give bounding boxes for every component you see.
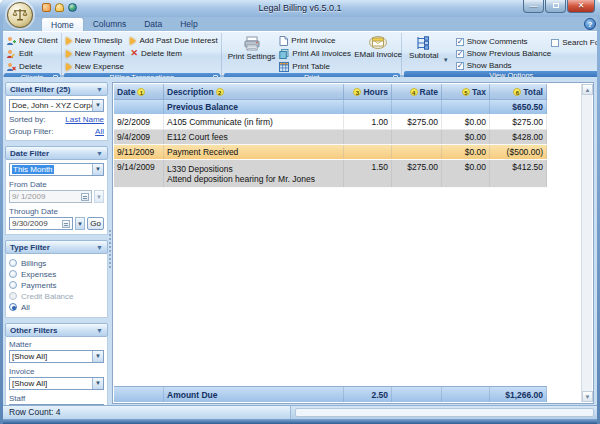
matter-select[interactable]: [Show All]▼ [9, 350, 104, 363]
invoice-select[interactable]: [Show All]▼ [9, 377, 104, 390]
dropdown-arrow-icon[interactable]: ▼ [92, 351, 103, 362]
tab-help[interactable]: Help [171, 17, 206, 31]
app-menu-button[interactable] [7, 2, 33, 28]
search-footer-checkbox[interactable]: Search Footer [551, 37, 600, 48]
sorted-by-link[interactable]: Last Name [65, 115, 104, 124]
sort-order-badge: 2 [216, 88, 224, 96]
group-filter-link[interactable]: All [95, 127, 104, 136]
radio-icon [9, 259, 17, 267]
radio-billings[interactable]: Billings [9, 258, 104, 268]
scales-of-justice-icon [12, 7, 28, 23]
type-filter-header[interactable]: Type Filter▼ [5, 240, 108, 254]
radio-payments[interactable]: Payments [9, 280, 104, 290]
other-filters-header[interactable]: Other Filters▼ [5, 323, 108, 337]
sort-order-badge: 5 [462, 88, 470, 96]
envelope-icon [369, 36, 387, 49]
quick-access-toolbar [42, 3, 77, 12]
table-row[interactable]: 9/2/2009 A105 Communicate (in firm) 1.00… [114, 115, 547, 130]
row-count-panel: Row Count: 4 [3, 406, 291, 419]
go-button[interactable]: Go [87, 217, 104, 230]
group-filter-label: Group Filter: [9, 127, 53, 136]
column-header-description[interactable]: Description2 [164, 84, 344, 99]
print-table-button[interactable]: Print Table [279, 61, 351, 72]
status-bar: Row Count: 4 [3, 405, 597, 419]
amount-due-total: $1,266.00 [490, 387, 547, 402]
amount-due-label: Amount Due [164, 387, 344, 402]
date-preset-select[interactable]: This Month▼ [9, 163, 104, 176]
minimize-button[interactable]: — [523, 0, 544, 13]
print-all-invoices-button[interactable]: Print All Invoices [279, 48, 351, 59]
email-invoice-button[interactable]: EMail Invoice [353, 34, 403, 59]
radio-selected-icon [9, 303, 17, 311]
column-header-date[interactable]: Date1 [114, 84, 164, 99]
tab-columns[interactable]: Columns [84, 17, 136, 31]
status-bar-strip [295, 408, 594, 417]
from-date-dropdown-arrow[interactable]: ▼ [94, 190, 104, 203]
subtotal-button[interactable]: Subtotal [406, 34, 442, 60]
sort-order-badge: 1 [137, 88, 145, 96]
dropdown-arrow-icon[interactable]: ▼ [92, 164, 103, 175]
through-date-dropdown-arrow[interactable]: ▼ [75, 217, 85, 230]
help-button[interactable]: ? [584, 18, 596, 30]
tab-data[interactable]: Data [135, 17, 171, 31]
column-header-hours[interactable]: 3Hours [344, 84, 392, 99]
tab-home[interactable]: Home [41, 17, 84, 31]
calendar-icon [81, 193, 89, 201]
email-invoice-label: EMail Invoice [354, 50, 402, 59]
sort-order-badge: 3 [353, 88, 361, 96]
scroll-down-arrow-icon[interactable]: ▼ [582, 391, 593, 402]
close-button[interactable]: ✕ [567, 0, 595, 13]
show-comments-label: Show Comments [467, 37, 528, 46]
edit-client-button[interactable]: Edit [6, 48, 58, 59]
show-bands-checkbox[interactable]: Show Bands [456, 60, 552, 71]
client-select[interactable]: Doe, John - XYZ Corporation▼ [9, 99, 104, 112]
delete-client-button[interactable]: Delete [6, 61, 58, 72]
subtotal-label: Subtotal [409, 51, 438, 60]
new-client-label: New Client [19, 36, 58, 45]
client-filter-header[interactable]: Client Filter (25)▼ [5, 82, 108, 96]
dropdown-arrow-icon[interactable]: ▼ [92, 378, 103, 389]
column-header-total[interactable]: 6Total [490, 84, 547, 99]
content-area: Client Filter (25)▼ Doe, John - XYZ Corp… [3, 77, 597, 405]
scroll-up-arrow-icon[interactable]: ▲ [582, 84, 593, 95]
maximize-button[interactable] [545, 0, 566, 13]
table-row-payment[interactable]: 9/11/2009 Payment Received $0.00 ($500.0… [114, 145, 547, 160]
titlebar: Legal Billing v6.5.0.1 — ✕ [0, 0, 600, 17]
print-settings-button[interactable]: Print Settings [226, 34, 278, 61]
column-header-rate[interactable]: 4Rate [392, 84, 442, 99]
new-expense-button[interactable]: New Expense [66, 61, 125, 72]
new-client-icon [6, 36, 16, 46]
window-controls: — ✕ [523, 0, 595, 13]
delete-client-icon [6, 62, 16, 72]
previous-balance-band-row[interactable]: Previous Balance $650.50 [114, 100, 547, 115]
show-previous-balance-checkbox[interactable]: Show Previous Balance [456, 48, 552, 59]
subtotal-dropdown-arrow[interactable]: ▼ [443, 57, 449, 63]
table-row[interactable]: 9/14/2009 L330 Depositions Attend deposi… [114, 160, 547, 188]
vertical-scrollbar[interactable]: ▲ ▼ [581, 84, 592, 402]
yellow-arrow-icon [66, 63, 72, 71]
people-icon[interactable] [42, 3, 51, 12]
globe-icon[interactable] [68, 3, 77, 12]
print-settings-label: Print Settings [228, 52, 276, 61]
table-row[interactable]: 9/4/2009 E112 Court fees $0.00 $428.00 [114, 130, 547, 145]
radio-credit-balance: Credit Balance [9, 291, 104, 301]
from-date-field[interactable]: 9/ 1/2009 [9, 190, 92, 203]
add-past-due-interest-button[interactable]: Add Past Due Interest [130, 35, 217, 46]
show-comments-checkbox[interactable]: Show Comments [456, 36, 552, 47]
print-all-invoices-label: Print All Invoices [292, 49, 351, 58]
ribbon-group-print: Print Settings Print Invoice Print All I… [224, 33, 402, 75]
delete-item-button[interactable]: ✕Delete Item [130, 48, 217, 59]
new-timeslip-button[interactable]: New Timeslip [66, 35, 125, 46]
column-header-tax[interactable]: 5Tax [442, 84, 490, 99]
radio-expenses[interactable]: Expenses [9, 269, 104, 279]
date-filter-header[interactable]: Date Filter▼ [5, 146, 108, 160]
add-past-due-interest-label: Add Past Due Interest [139, 36, 217, 45]
radio-all[interactable]: All [9, 302, 104, 312]
dropdown-arrow-icon[interactable]: ▼ [92, 100, 103, 111]
client-filter-body: Doe, John - XYZ Corporation▼ Sorted by:L… [5, 96, 108, 141]
lamp-icon[interactable] [55, 3, 64, 12]
through-date-field[interactable]: 9/30/2009 [9, 217, 73, 230]
new-client-button[interactable]: New Client [6, 35, 58, 46]
print-invoice-button[interactable]: Print Invoice [279, 35, 351, 46]
new-payment-button[interactable]: New Payment [66, 48, 125, 59]
